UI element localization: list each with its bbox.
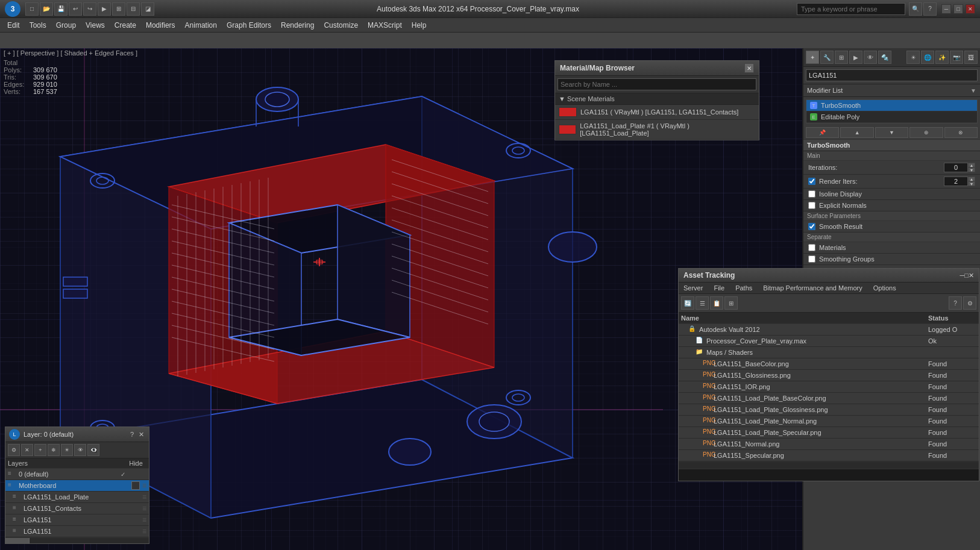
tb3[interactable]: ◪ xyxy=(141,2,154,16)
minimize-btn[interactable]: ─ xyxy=(941,4,951,14)
nav-down-btn[interactable]: ▼ xyxy=(875,127,908,138)
mat-search-input[interactable] xyxy=(558,78,756,90)
at-minimize[interactable]: ─ xyxy=(960,272,965,279)
new-btn[interactable]: □ xyxy=(25,2,39,16)
menu-create[interactable]: Create xyxy=(110,20,141,31)
modifier-list-row[interactable]: Modifier List ▼ xyxy=(803,84,980,97)
nav-up-btn[interactable]: ▲ xyxy=(840,127,873,138)
open-btn[interactable]: 📂 xyxy=(40,2,53,16)
search-icon-btn[interactable]: 🔍 xyxy=(909,2,922,16)
at-row-png-7[interactable]: PNG LGA1151_Normal.png Found xyxy=(679,439,979,450)
render-effects-btn[interactable]: ✨ xyxy=(935,51,949,64)
modifier-editpoly[interactable]: E Editable Poly xyxy=(806,111,977,123)
lp-row-lga1[interactable]: ≡ LGA1151 ≡ xyxy=(5,514,149,526)
show-end-btn[interactable]: ⊕ xyxy=(909,127,943,138)
lp-hide-all-btn[interactable]: 👁 xyxy=(74,444,86,456)
lp-row-lga2[interactable]: ≡ LGA1151 ≡ xyxy=(5,526,149,537)
menu-maxscript[interactable]: MAXScript xyxy=(363,20,407,31)
show-base-btn[interactable]: ⊗ xyxy=(944,127,978,138)
menu-modifiers[interactable]: Modifiers xyxy=(141,20,180,31)
at-row-png-3[interactable]: PNG LGA1151_Load_Plate_BaseColor.png Fou… xyxy=(679,393,979,404)
hierarchy-btn[interactable]: ⊞ xyxy=(835,51,848,64)
lp-row-loadplate[interactable]: ≡ LGA1151_Load_Plate ≡ xyxy=(5,492,149,503)
mat-item-1[interactable]: LGA1151_Load_Plate #1 ( VRayMtl ) [LGA11… xyxy=(555,120,759,140)
at-settings-btn[interactable]: ⚙ xyxy=(963,296,976,310)
obj-name-input[interactable] xyxy=(806,69,978,81)
mat-browser-close[interactable]: ✕ xyxy=(744,63,754,73)
menu-help[interactable]: Help xyxy=(407,20,432,31)
lp-settings-btn[interactable]: ⚙ xyxy=(8,444,20,456)
at-menu-bitmap[interactable]: Bitmap Performance and Memory xyxy=(761,284,864,292)
redo-btn[interactable]: ↪ xyxy=(83,2,96,16)
at-row-maxfile[interactable]: 📄 Processor_Cover_Plate_vray.max Ok xyxy=(679,336,979,347)
render-btn[interactable]: ▶ xyxy=(98,2,111,16)
help-btn[interactable]: ? xyxy=(923,2,937,16)
at-row-png-5[interactable]: PNG LGA1151_Load_Plate_Normal.png Found xyxy=(679,416,979,427)
environment-btn[interactable]: 🌐 xyxy=(921,51,934,64)
lp-show-all-btn[interactable]: 👁‍🗨 xyxy=(87,444,99,456)
tb1[interactable]: ⊞ xyxy=(112,2,125,16)
isoline-check[interactable] xyxy=(808,190,815,198)
at-help-btn[interactable]: ? xyxy=(949,296,962,310)
ri-up[interactable]: ▲ xyxy=(968,177,975,181)
menu-customize[interactable]: Customize xyxy=(319,20,363,31)
render-to-tex-btn[interactable]: 📷 xyxy=(950,51,963,64)
menu-edit[interactable]: Edit xyxy=(2,20,25,31)
at-refresh-btn[interactable]: 🔄 xyxy=(681,296,694,310)
lp-scrollbar[interactable] xyxy=(5,537,149,543)
render-iters-check[interactable] xyxy=(808,178,815,185)
tb2[interactable]: ⊟ xyxy=(127,2,140,16)
utilities-btn[interactable]: 🔩 xyxy=(878,51,891,64)
at-row-png-1[interactable]: PNG LGA1151_Glossiness.png Found xyxy=(679,370,979,381)
at-menu-options[interactable]: Options xyxy=(871,284,899,292)
render-frame-btn[interactable]: 🖼 xyxy=(964,51,978,64)
modify-panel-btn[interactable]: 🔧 xyxy=(820,51,834,64)
at-close[interactable]: ✕ xyxy=(969,272,974,280)
render-setup-btn[interactable]: ☀ xyxy=(906,51,920,64)
ri-down[interactable]: ▼ xyxy=(968,181,975,186)
smoothing-groups-check[interactable] xyxy=(808,255,815,263)
undo-btn[interactable]: ↩ xyxy=(69,2,82,16)
lp-delete-btn[interactable]: ✕ xyxy=(21,444,33,456)
menu-animation[interactable]: Animation xyxy=(180,20,222,31)
at-details-btn[interactable]: 📋 xyxy=(710,296,723,310)
search-input[interactable] xyxy=(797,3,905,15)
lp-row-contacts[interactable]: ≡ LGA1151_Contacts ≡ xyxy=(5,503,149,514)
create-panel-btn[interactable]: ✦ xyxy=(806,51,819,64)
menu-tools[interactable]: Tools xyxy=(25,20,51,31)
at-maximize[interactable]: □ xyxy=(964,272,969,279)
pin-stack-btn[interactable]: 📌 xyxy=(806,127,839,138)
at-menu-paths[interactable]: Paths xyxy=(733,284,755,292)
lp-unfreeze-btn[interactable]: ☀ xyxy=(61,444,73,456)
at-large-icons-btn[interactable]: ⊞ xyxy=(724,296,738,310)
lp-row-motherboard[interactable]: ≡ Motherboard ≡ xyxy=(5,480,149,492)
iter-down[interactable]: ▼ xyxy=(968,167,975,172)
at-row-png-8[interactable]: PNG LGA1151_Specular.png Found xyxy=(679,450,979,461)
at-row-png-2[interactable]: PNG LGA1151_IOR.png Found xyxy=(679,381,979,393)
at-row-png-0[interactable]: PNG LGA1151_BaseColor.png Found xyxy=(679,358,979,370)
menu-views[interactable]: Views xyxy=(81,20,110,31)
at-row-vault[interactable]: 🔒 Autodesk Vault 2012 Logged O xyxy=(679,324,979,336)
at-row-png-6[interactable]: PNG LGA1151_Load_Plate_Specular.png Foun… xyxy=(679,427,979,439)
smooth-result-check[interactable] xyxy=(808,223,815,230)
motion-btn[interactable]: ▶ xyxy=(849,51,862,64)
at-row-png-4[interactable]: PNG LGA1151_Load_Plate_Glossiness.png Fo… xyxy=(679,404,979,416)
at-menu-file[interactable]: File xyxy=(711,284,727,292)
save-btn[interactable]: 💾 xyxy=(54,2,68,16)
menu-rendering[interactable]: Rendering xyxy=(276,20,319,31)
menu-graph-editors[interactable]: Graph Editors xyxy=(222,20,276,31)
mat-item-0[interactable]: LGA1151 ( VRayMtl ) [LGA1151, LGA1151_Co… xyxy=(555,105,759,120)
render-iters-input[interactable] xyxy=(944,177,968,186)
lp-close[interactable]: ✕ xyxy=(137,431,145,439)
menu-group[interactable]: Group xyxy=(51,20,81,31)
at-list-btn[interactable]: ☰ xyxy=(696,296,709,310)
lp-row-0[interactable]: ≡ 0 (default) ✓ xyxy=(5,469,149,480)
explicit-normals-check[interactable] xyxy=(808,202,815,209)
iter-up[interactable]: ▲ xyxy=(968,163,975,167)
lp-question[interactable]: ? xyxy=(129,431,135,439)
maximize-btn[interactable]: □ xyxy=(953,4,963,14)
iterations-input[interactable] xyxy=(944,163,968,172)
modifier-turbosm[interactable]: T TurboSmooth xyxy=(806,100,977,111)
lp-freeze-btn[interactable]: ❄ xyxy=(48,444,60,456)
at-row-maps[interactable]: 📁 Maps / Shaders xyxy=(679,347,979,358)
